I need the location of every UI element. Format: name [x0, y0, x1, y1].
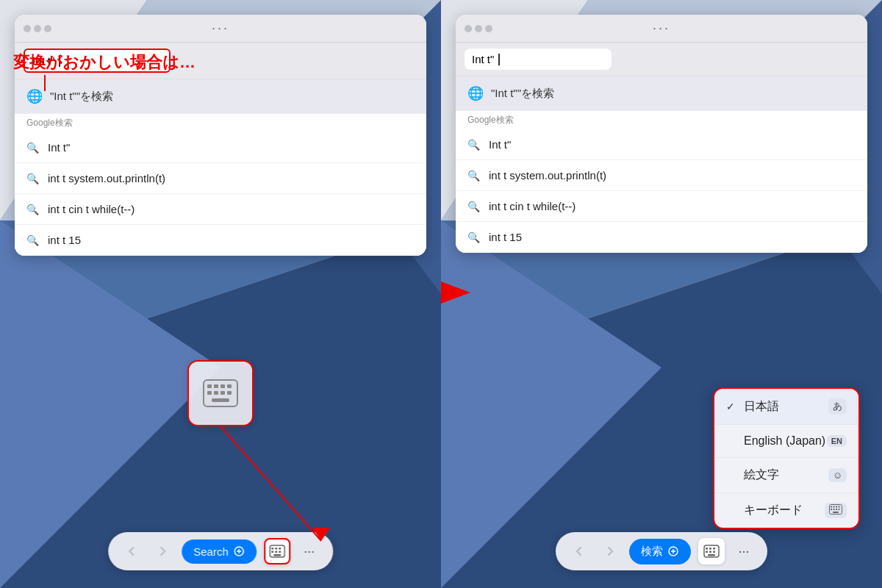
dropdown-item-1-right[interactable]: 🔍 int t system.out.println(t) — [456, 160, 867, 191]
svg-rect-27 — [273, 554, 281, 556]
dot2 — [34, 25, 41, 32]
lang-item-left-emoji: ✓ 絵文字 — [726, 467, 779, 483]
lang-item-japanese[interactable]: ✓ 日本語 あ — [714, 389, 858, 425]
svg-rect-14 — [220, 391, 225, 395]
dropdown-item-text-3-left: int t 15 — [48, 234, 81, 246]
keyboard-float-icon-left — [202, 379, 239, 408]
search-icon-2-left: 🔍 — [26, 204, 39, 215]
dot3 — [44, 25, 51, 32]
search-icon-3-left: 🔍 — [26, 234, 39, 246]
address-bar-container-right[interactable]: Int t" — [456, 43, 867, 76]
lang-badge-emoji: ☺ — [828, 468, 847, 482]
browser-titlebar-right: ··· — [456, 15, 867, 43]
bottom-toolbar-left: Search ··· — [108, 532, 333, 570]
search-icon-1-right: 🔍 — [467, 170, 480, 182]
svg-rect-50 — [713, 548, 715, 550]
svg-rect-43 — [836, 509, 837, 510]
dot2-r — [475, 25, 482, 32]
dropdown-item-0-right[interactable]: 🔍 Int t" — [456, 129, 867, 160]
titlebar-dots-right — [465, 25, 492, 32]
svg-rect-54 — [708, 554, 715, 556]
lang-label-emoji: 絵文字 — [744, 467, 779, 483]
forward-button-left[interactable] — [151, 539, 174, 563]
search-btn-label-right: 検索 — [641, 545, 663, 559]
lang-item-left-english: ✓ English (Japan) — [726, 434, 825, 448]
lang-item-keyboard[interactable]: ✓ キーボード — [714, 493, 858, 528]
svg-rect-49 — [709, 548, 711, 550]
dropdown-item-2-right[interactable]: 🔍 int t cin t while(t--) — [456, 191, 867, 222]
lang-badge-japanese: あ — [828, 398, 847, 415]
svg-rect-53 — [713, 551, 715, 553]
panel-arrow — [437, 274, 474, 314]
svg-rect-52 — [709, 551, 711, 553]
title-menu-dots-right: ··· — [653, 21, 670, 36]
dropdown-search-row-left[interactable]: 🌐 "Int t""を検索 — [15, 79, 426, 114]
search-button-left[interactable]: Search — [182, 539, 257, 564]
svg-rect-39 — [836, 506, 837, 508]
dropdown-item-3-right[interactable]: 🔍 int t 15 — [456, 222, 867, 253]
checkmark-japanese: ✓ — [726, 401, 738, 412]
dropdown-search-text-left: "Int t""を検索 — [50, 90, 113, 104]
svg-rect-37 — [831, 506, 832, 508]
search-icon-3-right: 🔍 — [467, 232, 480, 243]
search-btn-icon-left — [233, 545, 245, 557]
keyboard-icon-right — [703, 545, 720, 558]
svg-rect-10 — [220, 384, 225, 388]
dropdown-left: 🌐 "Int t""を検索 Google検索 🔍 Int t" 🔍 int t … — [15, 79, 426, 256]
svg-rect-15 — [227, 391, 232, 395]
back-button-left[interactable] — [120, 539, 143, 563]
keyboard-button-right[interactable] — [698, 538, 725, 564]
keyboard-icon-left — [269, 545, 285, 558]
globe-icon-right: 🌐 — [467, 85, 484, 101]
dropdown-item-text-1-left: int t system.out.println(t) — [48, 172, 165, 184]
search-btn-label-left: Search — [193, 545, 229, 558]
svg-rect-11 — [227, 384, 232, 388]
dropdown-item-text-0-right: Int t" — [489, 138, 511, 151]
dropdown-item-text-1-right: int t system.out.println(t) — [489, 169, 606, 182]
forward-button-right[interactable] — [598, 539, 622, 563]
back-button-right[interactable] — [567, 539, 591, 563]
dropdown-item-2-left[interactable]: 🔍 int t cin t while(t--) — [15, 194, 426, 225]
dropdown-search-text-right: "Int t""を検索 — [491, 87, 554, 101]
svg-rect-24 — [271, 551, 273, 553]
svg-rect-16 — [212, 398, 229, 402]
svg-rect-51 — [706, 551, 708, 553]
lang-item-left-japanese: ✓ 日本語 — [726, 399, 779, 415]
annotation-text-left: 変換がおかしい場合は… — [13, 51, 196, 74]
more-button-left[interactable]: ··· — [298, 539, 321, 563]
dropdown-item-text-0-left: Int t" — [48, 141, 70, 154]
dropdown-right: 🌐 "Int t""を検索 Google検索 🔍 Int t" 🔍 int t … — [456, 76, 867, 253]
dropdown-search-row-right[interactable]: 🌐 "Int t""を検索 — [456, 76, 867, 111]
svg-rect-8 — [207, 384, 212, 388]
search-icon-1-left: 🔍 — [26, 173, 39, 184]
google-label-right: Google検索 — [456, 111, 867, 129]
dropdown-item-0-left[interactable]: 🔍 Int t" — [15, 132, 426, 163]
keyboard-button-left[interactable] — [264, 538, 290, 564]
svg-rect-38 — [833, 506, 835, 508]
keyboard-badge-icon — [829, 504, 842, 514]
svg-rect-12 — [207, 391, 212, 395]
dropdown-item-1-left[interactable]: 🔍 int t system.out.println(t) — [15, 163, 426, 194]
browser-titlebar-left: ··· — [15, 15, 426, 43]
address-bar-right[interactable]: Int t" — [465, 49, 612, 70]
annotation-line-left — [44, 75, 46, 91]
right-panel: ··· Int t" 🌐 "Int t""を検索 Google検索 🔍 Int … — [441, 0, 882, 588]
checkmark-emoji: ✓ — [726, 470, 738, 481]
lang-item-emoji[interactable]: ✓ 絵文字 ☺ — [714, 458, 858, 493]
svg-rect-45 — [833, 512, 839, 513]
search-btn-icon-right — [667, 545, 679, 557]
lang-item-english[interactable]: ✓ English (Japan) EN — [714, 425, 858, 458]
dropdown-item-3-left[interactable]: 🔍 int t 15 — [15, 225, 426, 256]
svg-rect-23 — [279, 548, 281, 550]
svg-rect-25 — [275, 551, 277, 553]
lang-label-japanese: 日本語 — [744, 399, 779, 415]
dropdown-item-text-2-left: int t cin t while(t--) — [48, 203, 135, 215]
search-icon-2-right: 🔍 — [467, 201, 480, 212]
lang-item-left-keyboard: ✓ キーボード — [726, 503, 803, 518]
more-button-right[interactable]: ··· — [732, 539, 756, 563]
svg-rect-26 — [279, 551, 281, 553]
search-button-right[interactable]: 検索 — [629, 539, 691, 564]
lang-badge-keyboard — [825, 503, 847, 518]
bottom-toolbar-right: 検索 ··· — [556, 532, 767, 570]
address-text-right: Int t" — [472, 53, 494, 65]
